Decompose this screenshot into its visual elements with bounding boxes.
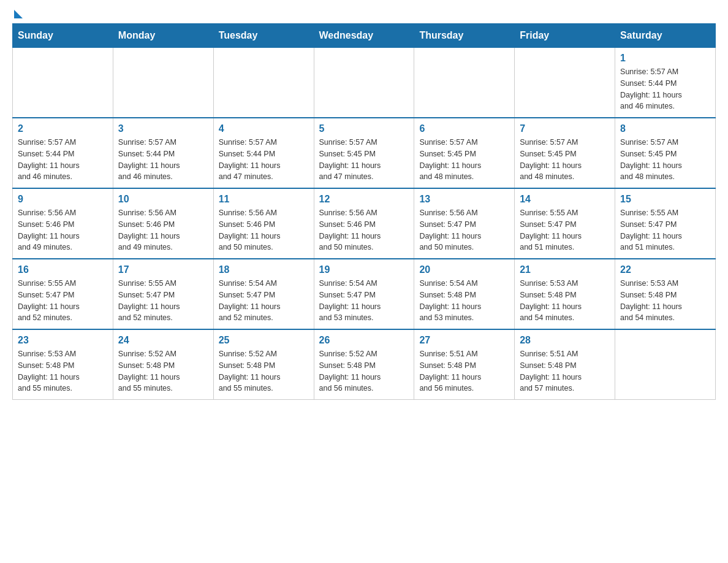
day-number: 3 — [118, 123, 208, 134]
col-header-monday: Monday — [113, 24, 213, 48]
calendar-cell: 22Sunrise: 5:53 AMSunset: 5:48 PMDayligh… — [615, 259, 716, 329]
calendar-table: SundayMondayTuesdayWednesdayThursdayFrid… — [12, 23, 716, 400]
day-number: 17 — [118, 264, 208, 275]
day-info: Sunrise: 5:55 AMSunset: 5:47 PMDaylight:… — [620, 207, 710, 253]
calendar-cell: 19Sunrise: 5:54 AMSunset: 5:47 PMDayligh… — [314, 259, 414, 329]
calendar-cell: 12Sunrise: 5:56 AMSunset: 5:46 PMDayligh… — [314, 188, 414, 259]
day-number: 28 — [520, 335, 610, 346]
col-header-wednesday: Wednesday — [314, 24, 414, 48]
day-number: 1 — [620, 53, 710, 64]
calendar-cell: 9Sunrise: 5:56 AMSunset: 5:46 PMDaylight… — [13, 188, 113, 259]
calendar-cell: 5Sunrise: 5:57 AMSunset: 5:45 PMDaylight… — [314, 118, 414, 188]
day-number: 9 — [18, 194, 108, 205]
day-number: 4 — [219, 123, 309, 134]
calendar-week-row: 9Sunrise: 5:56 AMSunset: 5:46 PMDaylight… — [13, 188, 716, 259]
calendar-cell: 17Sunrise: 5:55 AMSunset: 5:47 PMDayligh… — [113, 259, 213, 329]
day-number: 15 — [620, 194, 710, 205]
day-info: Sunrise: 5:55 AMSunset: 5:47 PMDaylight:… — [520, 207, 610, 253]
day-info: Sunrise: 5:52 AMSunset: 5:48 PMDaylight:… — [219, 348, 309, 394]
day-number: 16 — [18, 264, 108, 275]
day-info: Sunrise: 5:56 AMSunset: 5:46 PMDaylight:… — [118, 207, 208, 253]
calendar-header-row: SundayMondayTuesdayWednesdayThursdayFrid… — [13, 24, 716, 48]
day-info: Sunrise: 5:57 AMSunset: 5:45 PMDaylight:… — [620, 137, 710, 183]
day-number: 22 — [620, 264, 710, 275]
day-info: Sunrise: 5:53 AMSunset: 5:48 PMDaylight:… — [620, 278, 710, 324]
day-info: Sunrise: 5:56 AMSunset: 5:47 PMDaylight:… — [419, 207, 509, 253]
calendar-week-row: 1Sunrise: 5:57 AMSunset: 5:44 PMDaylight… — [13, 48, 716, 118]
calendar-cell: 28Sunrise: 5:51 AMSunset: 5:48 PMDayligh… — [515, 329, 615, 400]
calendar-cell — [515, 48, 615, 118]
day-info: Sunrise: 5:54 AMSunset: 5:47 PMDaylight:… — [319, 278, 409, 324]
day-info: Sunrise: 5:57 AMSunset: 5:44 PMDaylight:… — [219, 137, 309, 183]
calendar-cell — [314, 48, 414, 118]
day-number: 14 — [520, 194, 610, 205]
day-info: Sunrise: 5:51 AMSunset: 5:48 PMDaylight:… — [520, 348, 610, 394]
day-number: 23 — [18, 335, 108, 346]
calendar-cell: 25Sunrise: 5:52 AMSunset: 5:48 PMDayligh… — [213, 329, 314, 400]
calendar-cell: 21Sunrise: 5:53 AMSunset: 5:48 PMDayligh… — [515, 259, 615, 329]
day-info: Sunrise: 5:55 AMSunset: 5:47 PMDaylight:… — [18, 278, 108, 324]
day-info: Sunrise: 5:52 AMSunset: 5:48 PMDaylight:… — [118, 348, 208, 394]
col-header-sunday: Sunday — [13, 24, 113, 48]
day-info: Sunrise: 5:57 AMSunset: 5:45 PMDaylight:… — [319, 137, 409, 183]
calendar-cell: 8Sunrise: 5:57 AMSunset: 5:45 PMDaylight… — [615, 118, 716, 188]
page-header — [12, 12, 716, 17]
calendar-cell: 10Sunrise: 5:56 AMSunset: 5:46 PMDayligh… — [113, 188, 213, 259]
day-info: Sunrise: 5:56 AMSunset: 5:46 PMDaylight:… — [219, 207, 309, 253]
day-info: Sunrise: 5:54 AMSunset: 5:47 PMDaylight:… — [219, 278, 309, 324]
calendar-cell: 11Sunrise: 5:56 AMSunset: 5:46 PMDayligh… — [213, 188, 314, 259]
calendar-cell: 23Sunrise: 5:53 AMSunset: 5:48 PMDayligh… — [13, 329, 113, 400]
day-info: Sunrise: 5:54 AMSunset: 5:48 PMDaylight:… — [419, 278, 509, 324]
calendar-cell: 2Sunrise: 5:57 AMSunset: 5:44 PMDaylight… — [13, 118, 113, 188]
day-number: 7 — [520, 123, 610, 134]
logo-triangle-icon — [14, 10, 23, 18]
calendar-week-row: 16Sunrise: 5:55 AMSunset: 5:47 PMDayligh… — [13, 259, 716, 329]
day-number: 2 — [18, 123, 108, 134]
calendar-cell: 15Sunrise: 5:55 AMSunset: 5:47 PMDayligh… — [615, 188, 716, 259]
day-number: 6 — [419, 123, 509, 134]
day-info: Sunrise: 5:56 AMSunset: 5:46 PMDaylight:… — [319, 207, 409, 253]
day-info: Sunrise: 5:57 AMSunset: 5:44 PMDaylight:… — [18, 137, 108, 183]
col-header-saturday: Saturday — [615, 24, 716, 48]
col-header-friday: Friday — [515, 24, 615, 48]
day-info: Sunrise: 5:57 AMSunset: 5:45 PMDaylight:… — [419, 137, 509, 183]
calendar-week-row: 23Sunrise: 5:53 AMSunset: 5:48 PMDayligh… — [13, 329, 716, 400]
calendar-cell: 14Sunrise: 5:55 AMSunset: 5:47 PMDayligh… — [515, 188, 615, 259]
calendar-cell: 18Sunrise: 5:54 AMSunset: 5:47 PMDayligh… — [213, 259, 314, 329]
calendar-cell — [13, 48, 113, 118]
col-header-tuesday: Tuesday — [213, 24, 314, 48]
day-info: Sunrise: 5:57 AMSunset: 5:44 PMDaylight:… — [620, 66, 710, 112]
day-number: 5 — [319, 123, 409, 134]
day-number: 13 — [419, 194, 509, 205]
day-number: 25 — [219, 335, 309, 346]
calendar-cell: 1Sunrise: 5:57 AMSunset: 5:44 PMDaylight… — [615, 48, 716, 118]
day-info: Sunrise: 5:57 AMSunset: 5:44 PMDaylight:… — [118, 137, 208, 183]
day-info: Sunrise: 5:57 AMSunset: 5:45 PMDaylight:… — [520, 137, 610, 183]
calendar-cell: 16Sunrise: 5:55 AMSunset: 5:47 PMDayligh… — [13, 259, 113, 329]
calendar-cell: 27Sunrise: 5:51 AMSunset: 5:48 PMDayligh… — [414, 329, 515, 400]
calendar-week-row: 2Sunrise: 5:57 AMSunset: 5:44 PMDaylight… — [13, 118, 716, 188]
calendar-cell — [213, 48, 314, 118]
day-number: 11 — [219, 194, 309, 205]
day-info: Sunrise: 5:53 AMSunset: 5:48 PMDaylight:… — [18, 348, 108, 394]
day-info: Sunrise: 5:51 AMSunset: 5:48 PMDaylight:… — [419, 348, 509, 394]
calendar-cell: 4Sunrise: 5:57 AMSunset: 5:44 PMDaylight… — [213, 118, 314, 188]
col-header-thursday: Thursday — [414, 24, 515, 48]
calendar-cell: 7Sunrise: 5:57 AMSunset: 5:45 PMDaylight… — [515, 118, 615, 188]
day-number: 10 — [118, 194, 208, 205]
calendar-cell: 26Sunrise: 5:52 AMSunset: 5:48 PMDayligh… — [314, 329, 414, 400]
day-number: 20 — [419, 264, 509, 275]
calendar-cell: 20Sunrise: 5:54 AMSunset: 5:48 PMDayligh… — [414, 259, 515, 329]
day-number: 18 — [219, 264, 309, 275]
day-number: 27 — [419, 335, 509, 346]
day-info: Sunrise: 5:55 AMSunset: 5:47 PMDaylight:… — [118, 278, 208, 324]
calendar-cell — [113, 48, 213, 118]
calendar-cell: 6Sunrise: 5:57 AMSunset: 5:45 PMDaylight… — [414, 118, 515, 188]
day-number: 21 — [520, 264, 610, 275]
calendar-cell: 24Sunrise: 5:52 AMSunset: 5:48 PMDayligh… — [113, 329, 213, 400]
day-info: Sunrise: 5:56 AMSunset: 5:46 PMDaylight:… — [18, 207, 108, 253]
day-number: 8 — [620, 123, 710, 134]
day-number: 12 — [319, 194, 409, 205]
calendar-cell: 3Sunrise: 5:57 AMSunset: 5:44 PMDaylight… — [113, 118, 213, 188]
day-info: Sunrise: 5:53 AMSunset: 5:48 PMDaylight:… — [520, 278, 610, 324]
